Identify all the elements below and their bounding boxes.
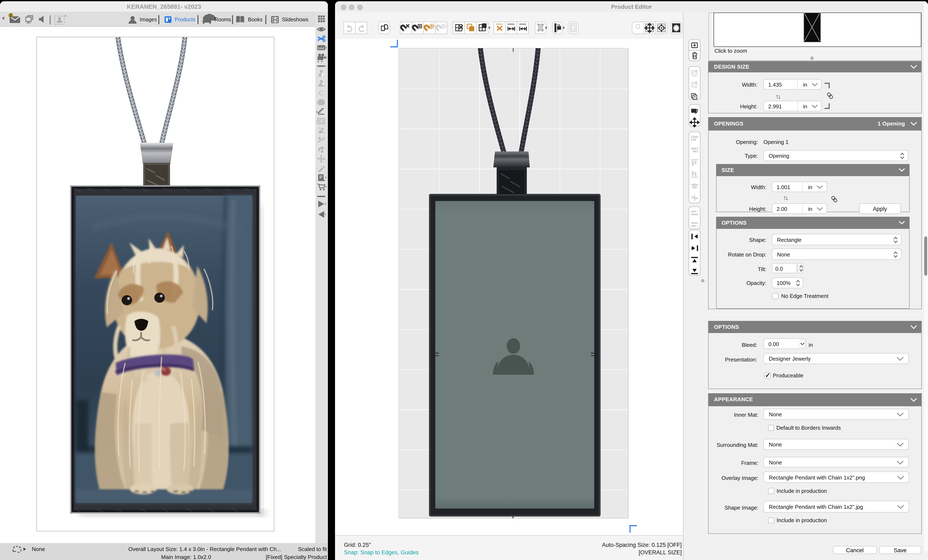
svg-text:1: 1	[10, 14, 12, 18]
svg-text:C: C	[319, 89, 324, 97]
svg-text:3: 3	[694, 73, 696, 76]
svg-text:?: ?	[693, 96, 696, 99]
